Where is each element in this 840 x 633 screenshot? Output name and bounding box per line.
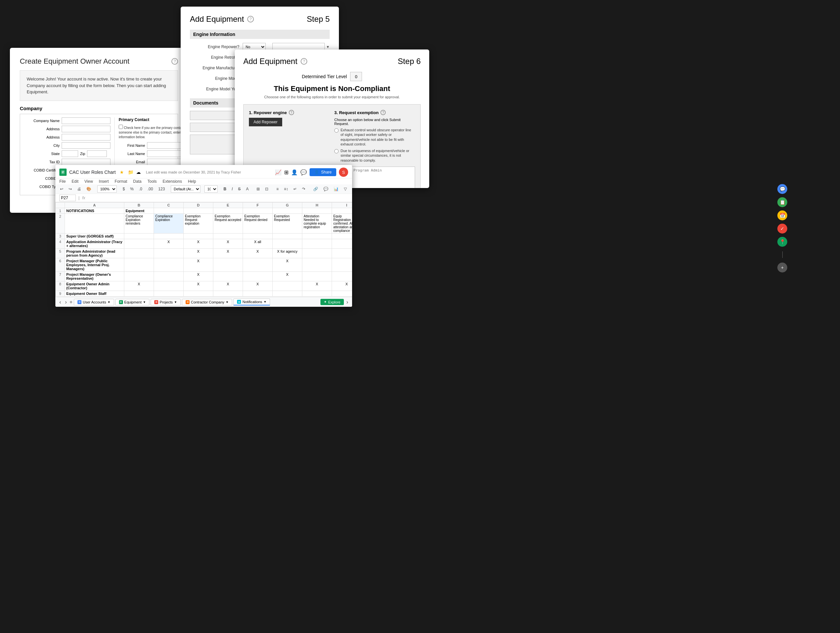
merge-cells-button[interactable]: ⊡ [263,186,270,192]
cell-a2[interactable] [65,214,124,234]
option1-help-icon[interactable]: ? [289,110,294,115]
cell-g8[interactable] [273,282,302,291]
menu-edit[interactable]: Edit [71,179,79,184]
cell-h4[interactable] [302,239,332,249]
cell-f7[interactable] [243,272,273,282]
cell-e4[interactable]: X [213,239,243,249]
cell-a3[interactable]: Super User (GORGES staff) [65,234,124,239]
explore-button[interactable]: ✦ Explore [321,299,344,305]
tab-equipment-arrow[interactable]: ▼ [143,301,146,304]
cell-d5[interactable]: X [184,249,213,258]
col-header-b[interactable]: B [124,203,154,208]
cell-g3[interactable] [273,234,302,239]
bold-button[interactable]: B [221,186,229,192]
filter-button[interactable]: ▽ [342,186,349,192]
cell-e3[interactable] [213,234,243,239]
cell-a9[interactable]: Equipment Owner Staff [65,291,124,296]
font-color-button[interactable]: A [244,186,251,192]
cell-i7[interactable] [332,272,352,282]
menu-format[interactable]: Format [115,179,127,184]
exemption-radio-1[interactable]: Exhaust control would obscure operator l… [334,128,415,146]
cell-d6[interactable]: X [184,258,213,272]
state-input[interactable] [62,150,78,157]
cell-f6[interactable] [243,258,273,272]
cell-c4[interactable]: X [154,239,184,249]
cell-h2[interactable]: Attestation Needed to complete equip reg… [302,214,332,234]
exemption-radio-2-input[interactable] [334,149,339,154]
cell-e7[interactable] [213,272,243,282]
currency-button[interactable]: $ [121,186,127,192]
company-name-input[interactable] [62,117,111,124]
cell-b9[interactable] [124,291,154,296]
exemption-radio-1-input[interactable] [334,128,339,133]
address2-input[interactable] [62,134,111,141]
primary-contact-checkbox[interactable] [119,125,123,129]
col-header-a[interactable]: A [65,203,124,208]
cell-i5[interactable] [332,249,352,258]
cell-h9[interactable] [302,291,332,296]
col-header-c[interactable]: C [154,203,184,208]
move-to-drive-icon[interactable]: 📁 [128,169,134,175]
cell-i4[interactable] [332,239,352,249]
add-sheet-button[interactable]: + [69,299,73,305]
address1-input[interactable] [62,126,111,132]
cell-reference-input[interactable] [59,195,76,201]
cell-a6[interactable]: Project Manager (Public Employees, Inter… [65,258,124,272]
add-repower-button[interactable]: Add Repower [249,118,282,127]
cell-c8[interactable] [154,282,184,291]
redo-button[interactable]: ↪ [66,186,74,192]
prev-sheet-button[interactable]: ‹ [58,299,62,305]
cell-e1[interactable] [213,208,243,214]
chart-button[interactable]: 📊 [332,186,341,192]
tab-equipment[interactable]: ⊞ Equipment ▼ [115,299,150,305]
cell-g9[interactable] [273,291,302,296]
cell-a5[interactable]: Program Administrator (lead person from … [65,249,124,258]
font-size-select[interactable]: 10 [204,185,218,193]
menu-insert[interactable]: Insert [99,179,109,184]
text-wrap-button[interactable]: ↵ [291,186,299,192]
cell-h6[interactable] [302,258,332,272]
cell-d3[interactable] [184,234,213,239]
tab-user-accounts[interactable]: ⊞ User Accounts ▼ [74,299,114,305]
col-header-i[interactable]: I [332,203,352,208]
city-input[interactable] [62,142,111,149]
cell-f2[interactable]: Exemption Request denied [243,214,273,234]
italic-button[interactable]: I [230,186,235,192]
cell-a1[interactable]: NOTIFICATIONS [65,208,124,214]
strikethrough-button[interactable]: S [236,186,243,192]
function-button[interactable]: ∑ [350,186,352,192]
person-icon[interactable]: 👤 [291,169,298,176]
cell-c5[interactable] [154,249,184,258]
tab-projects-arrow[interactable]: ▼ [174,301,177,304]
menu-help[interactable]: Help [188,179,196,184]
menu-view[interactable]: View [84,179,93,184]
menu-file[interactable]: File [59,179,66,184]
cell-i2[interactable]: Equip Registration confirmed. After atte… [332,214,352,234]
help-icon[interactable]: ? [171,58,178,65]
table-icon[interactable]: ⊞ [284,169,289,176]
exemption-radio-2[interactable]: Due to uniqueness of equipment/vehicle o… [334,149,415,163]
add-equip6-help-icon[interactable]: ? [301,58,307,65]
cell-h1[interactable] [302,208,332,214]
cell-h7[interactable] [302,272,332,282]
cell-g1[interactable] [273,208,302,214]
cell-b1[interactable]: Equipment [124,208,154,214]
tab-user-accounts-arrow[interactable]: ▼ [107,301,111,304]
formula-input[interactable] [88,195,348,201]
cell-e5[interactable]: X [213,249,243,258]
cell-c1[interactable] [154,208,184,214]
star-icon[interactable]: ★ [120,169,124,175]
menu-extensions[interactable]: Extensions [163,179,182,184]
cell-f5[interactable]: X [243,249,273,258]
taxid-input[interactable] [62,159,111,165]
cell-c9[interactable] [154,291,184,296]
borders-button[interactable]: ⊞ [254,186,262,192]
col-header-g[interactable]: G [273,203,302,208]
tab-notifications[interactable]: ⊞ Notifications ▼ [234,299,270,305]
cell-g5[interactable]: X for agency [273,249,302,258]
cell-e6[interactable] [213,258,243,272]
cell-e9[interactable] [213,291,243,296]
cell-i3[interactable] [332,234,352,239]
zoom-select[interactable]: 100% [97,185,117,193]
cell-f4[interactable]: X all [243,239,273,249]
